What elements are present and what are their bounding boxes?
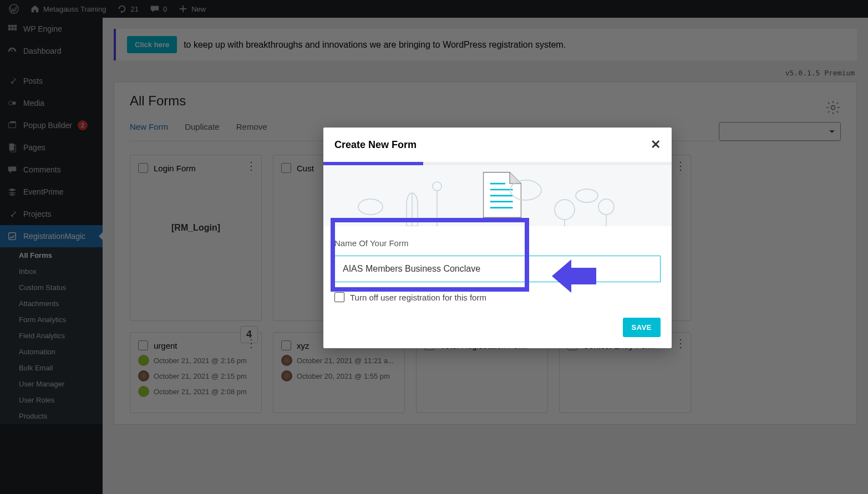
form-name-input[interactable] — [334, 256, 661, 282]
svg-point-21 — [358, 199, 383, 215]
svg-point-26 — [433, 182, 441, 191]
modal-title: Create New Form — [334, 139, 417, 151]
svg-point-22 — [555, 200, 575, 220]
form-name-label: Name Of Your Form — [334, 238, 661, 248]
modal-illustration — [323, 165, 672, 226]
create-form-modal: Create New Form ✕ Name Of Your Form Turn… — [323, 128, 672, 348]
svg-point-20 — [576, 189, 598, 202]
save-button[interactable]: SAVE — [623, 318, 661, 337]
clouds-trees-icon — [334, 176, 667, 226]
close-icon[interactable]: ✕ — [651, 137, 661, 152]
turnoff-label: Turn off user registration for this form — [350, 293, 486, 302]
annotation-arrow-icon — [549, 257, 599, 298]
turnoff-checkbox[interactable] — [334, 292, 344, 302]
svg-point-24 — [598, 199, 614, 215]
svg-point-19 — [510, 180, 541, 200]
